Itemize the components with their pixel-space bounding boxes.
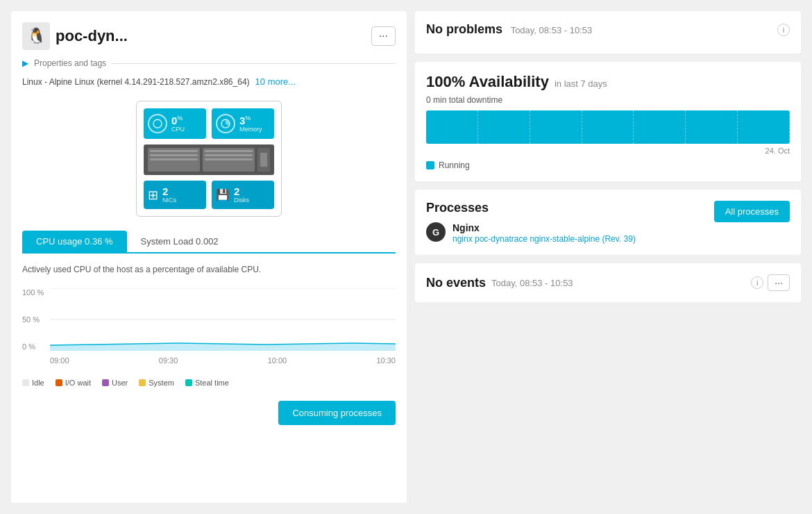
memory-value: 3% (239, 115, 262, 126)
events-card: No events Today, 08:53 - 10:53 i ··· (415, 263, 801, 302)
left-panel: 🐧 poc-dyn... ··· ▶ Properties and tags L… (11, 11, 407, 503)
memory-label: Memory (239, 126, 262, 133)
availability-subtitle: in last 7 days (555, 78, 607, 89)
properties-label: Properties and tags (34, 58, 106, 68)
availability-bar (426, 110, 790, 144)
consuming-processes-button[interactable]: Consuming processes (278, 401, 396, 425)
nics-label: NICs (162, 197, 176, 204)
processes-card: Processes G Nginx nginx poc-dynatrace ng… (415, 190, 801, 255)
nginx-icon: G (426, 222, 446, 242)
legend-user: User (102, 379, 128, 387)
legend-iowait: I/O wait (56, 379, 91, 387)
chart-description: Actively used CPU of the host as a perce… (22, 265, 396, 274)
legend-steal: Steal time (185, 379, 229, 387)
drive-slot-1 (148, 148, 200, 172)
memory-value-group: 3% Memory (239, 115, 262, 133)
y-axis: 100 % 50 % 0 % (22, 288, 47, 351)
cpu-circle-icon (148, 114, 167, 133)
nics-value-group: 2 NICs (162, 186, 176, 204)
chevron-right-icon[interactable]: ▶ (22, 58, 28, 68)
events-info-icon[interactable]: i (751, 276, 763, 289)
processes-content: Processes G Nginx nginx poc-dynatrace ng… (426, 201, 714, 244)
events-header: No events Today, 08:53 - 10:53 i ··· (426, 274, 790, 291)
nginx-name: Nginx (452, 222, 714, 233)
legend-system: System (139, 379, 174, 387)
chart-inner (50, 288, 396, 351)
device-illustration: 0% CPU 3% (22, 95, 396, 222)
linux-icon: 🐧 (22, 22, 50, 50)
problems-title-group: No problems Today, 08:53 - 10:53 (426, 22, 592, 37)
memory-tile[interactable]: 3% Memory (212, 108, 274, 139)
events-actions: i ··· (751, 274, 790, 291)
cpu-tabs: CPU usage 0.36 % System Load 0.002 (22, 231, 396, 254)
device-bottom-row: ⊞ 2 NICs 💾 2 Disks (144, 181, 274, 209)
disks-value-group: 2 Disks (234, 186, 249, 204)
svg-point-0 (153, 119, 162, 128)
cpu-chart: 100 % 50 % 0 % 09:00 09:30 10:00 10:30 (22, 288, 396, 365)
host-header: 🐧 poc-dyn... ··· (22, 22, 396, 50)
events-title: No events (426, 276, 486, 290)
process-item-nginx: G Nginx nginx poc-dynatrace nginx-stable… (426, 222, 714, 244)
events-title-group: No events Today, 08:53 - 10:53 (426, 276, 573, 290)
user-dot (102, 379, 109, 386)
nginx-info: Nginx nginx poc-dynatrace nginx-stable-a… (452, 222, 714, 244)
nics-tile[interactable]: ⊞ 2 NICs (144, 181, 206, 209)
disks-value: 2 (234, 186, 249, 197)
nics-icon: ⊞ (148, 188, 158, 203)
tab-cpu-usage[interactable]: CPU usage 0.36 % (22, 231, 127, 252)
availability-header: 100% Availability in last 7 days (426, 73, 790, 91)
os-info-row: Linux - Alpine Linux (kernel 4.14.291-21… (22, 76, 396, 87)
properties-divider (112, 63, 396, 64)
device-drives (144, 144, 274, 175)
power-block (257, 148, 270, 172)
downtime-text: 0 min total downtime (426, 95, 790, 105)
system-dot (139, 379, 146, 386)
cpu-value: 0% (171, 115, 185, 126)
cpu-label: CPU (171, 126, 185, 133)
consuming-btn-row: Consuming processes (22, 401, 396, 425)
host-name: poc-dyn... (56, 27, 128, 45)
legend-idle: Idle (22, 379, 44, 387)
availability-percentage: 100% Availability (426, 73, 549, 91)
iowait-dot (56, 379, 62, 386)
disks-icon: 💾 (216, 188, 230, 201)
events-time-range: Today, 08:53 - 10:53 (491, 278, 573, 288)
problems-header: No problems Today, 08:53 - 10:53 i (426, 22, 790, 37)
availability-card: 100% Availability in last 7 days 0 min t… (415, 62, 801, 181)
problems-time-range: Today, 08:53 - 10:53 (511, 25, 593, 35)
problems-title: No problems (426, 22, 502, 36)
disks-label: Disks (234, 197, 249, 204)
right-panel: No problems Today, 08:53 - 10:53 i 100% … (415, 11, 801, 503)
device-top-row: 0% CPU 3% (144, 108, 274, 139)
events-more-button[interactable]: ··· (768, 274, 790, 291)
running-dot (426, 161, 434, 169)
avail-legend: Running (426, 160, 790, 170)
running-label: Running (439, 160, 470, 170)
host-more-button[interactable]: ··· (371, 26, 396, 46)
cpu-tile[interactable]: 0% CPU (144, 108, 206, 139)
idle-dot (22, 379, 29, 386)
problems-info-icon[interactable]: i (777, 24, 790, 36)
processes-title: Processes (426, 201, 714, 215)
problems-card: No problems Today, 08:53 - 10:53 i (415, 11, 801, 53)
tab-system-load[interactable]: System Load 0.002 (127, 231, 232, 252)
nics-value: 2 (162, 186, 176, 197)
disks-tile[interactable]: 💾 2 Disks (212, 181, 274, 209)
properties-row: ▶ Properties and tags (22, 58, 396, 68)
all-processes-button[interactable]: All processes (714, 201, 790, 222)
host-title-group: 🐧 poc-dyn... (22, 22, 128, 50)
cpu-value-group: 0% CPU (171, 115, 185, 133)
more-properties-link[interactable]: 10 more... (255, 76, 296, 87)
memory-circle-icon (216, 114, 235, 133)
drive-slot-2 (203, 148, 255, 172)
processes-card-inner: Processes G Nginx nginx poc-dynatrace ng… (426, 201, 790, 244)
avail-dashed-lines (426, 110, 790, 144)
avail-date-row: 24. Oct (426, 147, 790, 155)
chart-svg (50, 288, 396, 351)
avail-date-label: 24. Oct (766, 147, 790, 155)
chart-legend: Idle I/O wait User System Steal time (22, 379, 396, 387)
x-axis: 09:00 09:30 10:00 10:30 (50, 356, 396, 365)
nginx-link[interactable]: nginx poc-dynatrace nginx-stable-alpine … (452, 234, 636, 244)
os-info: Linux - Alpine Linux (kernel 4.14.291-21… (22, 77, 250, 87)
device-box: 0% CPU 3% (136, 101, 282, 217)
